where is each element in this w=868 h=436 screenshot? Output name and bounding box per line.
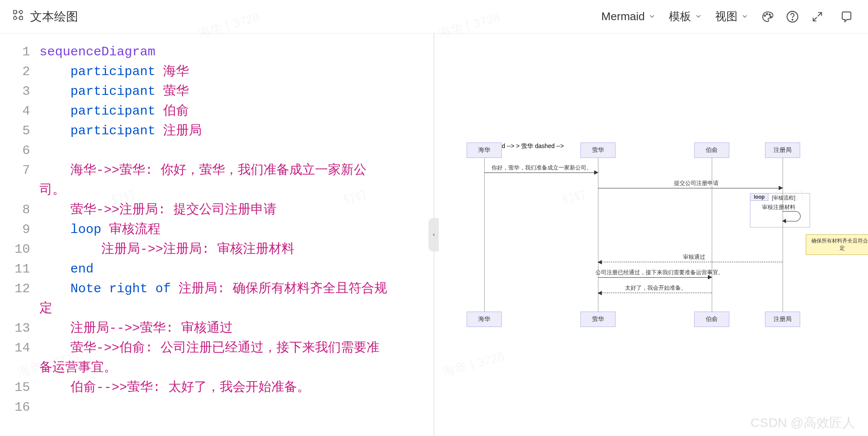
- renderer-label: Mermaid: [601, 10, 645, 23]
- arrow: [484, 173, 598, 173]
- actor-box: 注册局: [765, 312, 800, 327]
- footer-watermark: CSDN @高效匠人: [750, 414, 855, 432]
- line-number: 16: [13, 397, 39, 417]
- svg-point-9: [792, 19, 793, 20]
- code-content[interactable]: participant 萤华: [39, 82, 189, 101]
- code-content[interactable]: 伯俞-->>萤华: 太好了，我会开始准备。: [39, 378, 310, 397]
- theme-button[interactable]: [758, 7, 777, 26]
- note-box: 确保所有材料齐全且符合规定: [806, 234, 868, 255]
- line-number: 14: [13, 338, 39, 358]
- line-number: 1: [13, 42, 39, 62]
- code-line[interactable]: 15 伯俞-->>萤华: 太好了，我会开始准备。: [13, 378, 429, 397]
- code-line[interactable]: 12 Note right of 注册局: 确保所有材料齐全且符合规: [13, 279, 429, 299]
- line-number: 2: [13, 62, 39, 82]
- code-content[interactable]: participant 海华: [39, 62, 189, 82]
- message-label: 审核通过: [656, 253, 733, 261]
- loop-name: [审核流程]: [772, 194, 795, 202]
- code-content[interactable]: Note right of 注册局: 确保所有材料齐全且符合规: [39, 279, 387, 299]
- lifeline: [598, 158, 598, 312]
- code-line[interactable]: 10 注册局->>注册局: 审核注册材料: [13, 239, 429, 259]
- code-content[interactable]: participant 伯俞: [39, 101, 189, 121]
- actor-box: 伯俞: [694, 142, 729, 158]
- svg-rect-0: [14, 11, 17, 14]
- chevron-down-icon: [741, 10, 749, 23]
- self-loop-arrow: [783, 211, 801, 221]
- line-number: 13: [13, 318, 39, 338]
- line-number: 10: [13, 239, 39, 259]
- template-label: 模板: [669, 9, 691, 24]
- code-content[interactable]: loop 审核流程: [39, 220, 161, 239]
- code-content[interactable]: 萤华->>伯俞: 公司注册已经通过，接下来我们需要准: [39, 338, 379, 358]
- code-content[interactable]: end: [39, 259, 94, 279]
- code-line[interactable]: 1sequenceDiagram: [13, 42, 429, 62]
- actor-box: 萤华: [580, 312, 616, 327]
- code-line[interactable]: 6: [13, 141, 429, 160]
- main-area: 1sequenceDiagram2 participant 海华3 partic…: [0, 33, 868, 436]
- chevron-down-icon: [695, 10, 702, 23]
- arrow: [598, 188, 783, 188]
- code-content[interactable]: participant 注册局: [39, 121, 202, 141]
- arrow-dashed: [598, 293, 712, 293]
- code-line[interactable]: 8 萤华->>注册局: 提交公司注册申请: [13, 200, 429, 220]
- fullscreen-button[interactable]: [808, 7, 827, 26]
- line-number: 7: [13, 160, 39, 180]
- line-number: 3: [13, 82, 39, 101]
- code-content[interactable]: sequenceDiagram: [39, 42, 155, 62]
- view-label: 视图: [715, 9, 737, 24]
- code-content[interactable]: 注册局->>注册局: 审核注册材料: [39, 239, 294, 259]
- code-content[interactable]: 萤华->>注册局: 提交公司注册申请: [39, 200, 276, 220]
- line-number: 11: [13, 259, 39, 279]
- title-text: 文本绘图: [30, 9, 78, 25]
- chat-button[interactable]: [837, 7, 856, 26]
- loop-tag: loop: [750, 193, 768, 201]
- line-number: 12: [13, 279, 39, 299]
- message-label: 太好了，我会开始准备。: [617, 284, 694, 292]
- line-number: 15: [13, 378, 39, 397]
- code-line[interactable]: 4 participant 伯俞: [13, 101, 429, 121]
- message-label: 审核注册材料: [762, 203, 795, 211]
- line-number: 5: [13, 121, 39, 141]
- svg-rect-1: [20, 17, 23, 20]
- lifeline: [484, 158, 485, 312]
- code-line[interactable]: 7 海华->>萤华: 你好，萤华，我们准备成立一家新公: [13, 160, 429, 180]
- svg-point-2: [20, 11, 23, 14]
- toolbar: 文本绘图 Mermaid 模板 视图: [0, 0, 868, 33]
- code-line[interactable]: 13 注册局-->>萤华: 审核通过: [13, 318, 429, 338]
- code-line[interactable]: 9 loop 审核流程: [13, 220, 429, 239]
- arrow: [598, 277, 712, 278]
- line-number: 4: [13, 101, 39, 121]
- code-content[interactable]: 注册局-->>萤华: 审核通过: [39, 318, 233, 338]
- actor-box: 海华: [467, 142, 502, 158]
- chevron-down-icon: [648, 10, 656, 23]
- actor-box: 萤华: [580, 142, 616, 158]
- svg-point-4: [764, 15, 765, 16]
- actor-box: 伯俞: [694, 312, 729, 327]
- app-title: 文本绘图: [12, 9, 78, 25]
- svg-point-6: [769, 14, 771, 15]
- actor-box: 海华: [467, 312, 502, 327]
- svg-point-5: [766, 13, 768, 15]
- line-number: 9: [13, 220, 39, 239]
- code-line[interactable]: 5 participant 注册局: [13, 121, 429, 141]
- message-label: 公司注册已经通过，接下来我们需要准备运营事宜。: [595, 269, 716, 276]
- code-line[interactable]: 2 participant 海华: [13, 62, 429, 82]
- line-number: 8: [13, 200, 39, 220]
- code-line[interactable]: 11 end: [13, 259, 429, 279]
- preview-pane: 海华 萤华 伯俞 注册局 海华 萤华 伯俞 注册局 你好，萤华，我们准备成立一家…: [434, 33, 868, 436]
- view-dropdown[interactable]: 视图: [712, 7, 752, 26]
- arrow-dashed: [598, 262, 783, 262]
- message-label: 你好，萤华，我们准备成立一家新公司。: [488, 164, 595, 172]
- svg-point-3: [14, 17, 17, 20]
- code-line[interactable]: 14 萤华->>伯俞: 公司注册已经通过，接下来我们需要准: [13, 338, 429, 358]
- sequence-diagram: 海华 萤华 伯俞 注册局 海华 萤华 伯俞 注册局 你好，萤华，我们准备成立一家…: [467, 142, 836, 327]
- code-line[interactable]: 3 participant 萤华: [13, 82, 429, 101]
- svg-point-7: [770, 16, 771, 17]
- help-button[interactable]: [783, 7, 802, 26]
- code-line[interactable]: 16: [13, 397, 429, 417]
- renderer-dropdown[interactable]: Mermaid: [598, 8, 659, 25]
- code-content[interactable]: 海华->>萤华: 你好，萤华，我们准备成立一家新公: [39, 160, 367, 180]
- actor-box: 注册局: [765, 142, 800, 158]
- code-editor[interactable]: 1sequenceDiagram2 participant 海华3 partic…: [0, 33, 434, 436]
- template-dropdown[interactable]: 模板: [665, 7, 706, 26]
- lifeline: [783, 158, 783, 312]
